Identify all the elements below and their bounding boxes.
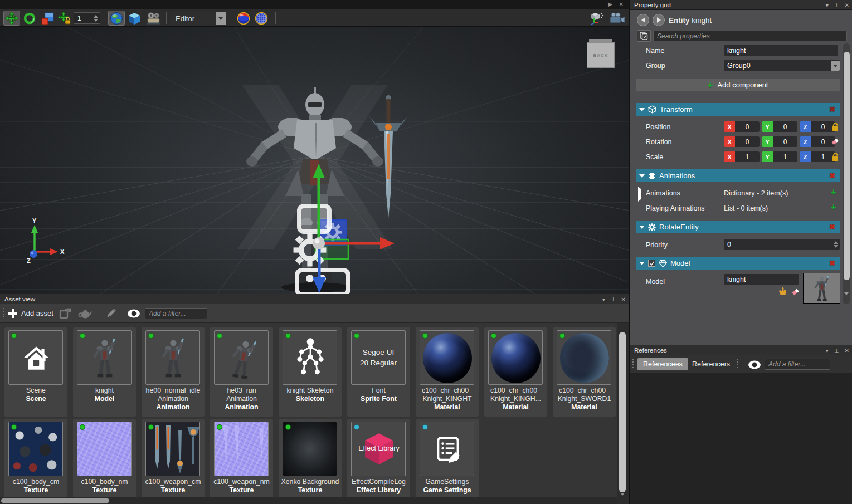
asset-tile-idle-animation[interactable]: he00_normal_idle AnimationAnimation [142,327,205,417]
material-preview-button[interactable] [235,11,252,26]
asset-tile-weapon-cm[interactable]: c100_weapon_cmTexture [142,419,205,504]
camera-options-button[interactable] [607,11,626,26]
component-enabled-checkbox[interactable] [648,260,655,267]
nav-forward-button[interactable] [653,14,665,26]
scrollbar-thumb[interactable] [619,332,626,492]
rotation-y-value[interactable]: 0 [773,136,797,147]
asset-tile-material-sword[interactable]: c100_chr_ch00_ Knight_SWORD1Material [553,327,616,417]
asset-vertical-scrollbar[interactable] [617,323,629,504]
priority-spinner[interactable]: 0 [724,239,840,250]
scale-xyz-fields[interactable]: X1 Y1 Z1 [724,151,835,162]
scale-y-value[interactable]: 1 [773,151,797,162]
asset-tile-scene[interactable]: SceneScene [4,327,67,417]
model-section-header[interactable]: Model ✖ [636,257,840,270]
visibility-eye-icon[interactable] [127,309,140,318]
close-icon[interactable]: ✕ [845,348,849,354]
scroll-down-arrow[interactable] [620,496,625,504]
scrollbar-thumb[interactable] [1,498,109,503]
scrollbar-thumb[interactable] [844,52,850,280]
asset-tile-effect-library[interactable]: Effect Library EffectCompileLogEffect Li… [347,419,410,504]
panel-expand-icon[interactable]: ▶ [608,1,612,8]
add-item-icon[interactable]: + [831,202,836,213]
model-preview-thumbnail[interactable] [803,273,840,304]
spinner-arrows-icon[interactable] [832,239,840,250]
close-icon[interactable]: ✕ [621,296,626,302]
asset-tile-game-settings[interactable]: GameSettingsGame Settings [416,419,479,504]
close-icon[interactable]: ✕ [845,2,849,8]
add-asset-button[interactable]: Add asset [21,309,53,317]
references-content[interactable] [630,373,852,504]
collapse-arrow-icon[interactable] [639,262,645,265]
translation-gizmo[interactable] [294,164,395,294]
rotation-xyz-fields[interactable]: X0 Y0 Z0 [724,136,835,147]
eraser-icon[interactable] [831,137,840,146]
collapse-arrow-icon[interactable] [639,174,645,178]
scroll-down-arrow[interactable] [844,295,849,305]
asset-filter-input[interactable] [145,308,207,319]
lock-icon[interactable] [831,122,840,131]
scale-tool-button[interactable] [39,11,56,26]
add-component-button[interactable]: + Add component [636,79,840,91]
asset-tile-xenko-background[interactable]: Xenko BackgroundTexture [279,419,342,504]
spinner-arrows-icon[interactable] [92,15,100,22]
pin-icon[interactable]: ⊥ [834,348,839,354]
teapot-sample-icon[interactable] [78,308,92,319]
asset-tile-knight-model[interactable]: knightModel [73,327,136,417]
import-asset-icon[interactable] [59,307,72,320]
references-filter-input[interactable] [765,359,830,370]
pin-icon[interactable]: ⊥ [611,296,616,302]
remove-component-icon[interactable]: ✖ [829,259,835,267]
gizmo-options-button[interactable] [588,11,605,26]
remove-component-icon[interactable]: ✖ [829,172,835,180]
rotate-tool-button[interactable] [21,11,38,26]
sword-model[interactable] [369,95,408,218]
name-field[interactable]: knight [724,45,838,56]
world-space-button[interactable] [108,11,125,26]
position-y-value[interactable]: 0 [773,121,797,132]
position-xyz-fields[interactable]: X0 Y0 Z0 [724,121,835,132]
asset-tile-font[interactable]: Segoe UI 20 Regular FontSprite Font [347,327,410,417]
translate-tool-button[interactable] [3,11,20,26]
add-item-icon[interactable]: + [831,187,836,198]
knight-model[interactable] [246,87,383,292]
snap-value-spinner[interactable]: 1 [74,12,100,24]
asset-tile-material-knight2[interactable]: c100_chr_ch00_ Knight_KINGH...Material [484,327,547,417]
group-select[interactable]: Group0 [724,60,840,71]
search-options-button[interactable] [637,30,651,42]
animations-section-header[interactable]: Animations ✖ [636,169,840,182]
remove-component-icon[interactable]: ✖ [829,223,835,231]
panel-close-icon[interactable]: ✕ [619,1,624,8]
asset-tile-weapon-nm[interactable]: c100_weapon_nmTexture [210,419,273,504]
local-space-cube-button[interactable] [126,11,143,26]
eraser-icon[interactable] [791,287,800,296]
edit-pencil-icon[interactable] [105,307,117,320]
pin-icon[interactable]: ⊥ [834,2,839,8]
expander-arrow-icon[interactable] [638,189,641,199]
model-reference-field[interactable]: knight [724,274,799,285]
visibility-eye-icon[interactable] [748,360,761,369]
render-mode-button[interactable] [144,11,163,26]
asset-tile-material-knight1[interactable]: c100_chr_ch00_ Knight_KINGHTMaterial [416,327,479,417]
scene-3d-viewport[interactable]: X [0,27,629,294]
wireframe-preview-button[interactable] [253,11,270,26]
asset-tile-run-animation[interactable]: he03_run AnimationAnimation [210,327,273,417]
dropdown-arrow-icon[interactable]: ▾ [826,348,829,354]
scale-x-value[interactable]: 1 [735,151,760,162]
transform-section-header[interactable]: Transform ✖ [636,103,840,116]
snap-translate-button[interactable] [57,11,72,26]
rotate-entity-section-header[interactable]: RotateEntity ✖ [636,221,840,233]
asset-tile-body-nm[interactable]: c100_body_nmTexture [73,419,136,504]
view-cube[interactable]: BACK [587,42,615,68]
asset-tile-skeleton[interactable]: knight SkeletonSkeleton [279,327,342,417]
collapse-arrow-icon[interactable] [639,108,645,111]
property-grid-scrollbar[interactable] [843,43,850,304]
tab-referencers[interactable]: Referencers [687,358,736,370]
editor-mode-select[interactable]: Editor [171,12,226,25]
search-properties-input[interactable] [653,31,847,41]
asset-tile-body-cm[interactable]: c100_body_cmTexture [4,419,67,504]
dropdown-arrow-icon[interactable]: ▾ [826,2,829,8]
nav-back-button[interactable] [637,14,649,26]
add-asset-plus-icon[interactable] [8,309,18,319]
rotation-x-value[interactable]: 0 [735,136,760,147]
lock-icon[interactable] [831,152,840,162]
